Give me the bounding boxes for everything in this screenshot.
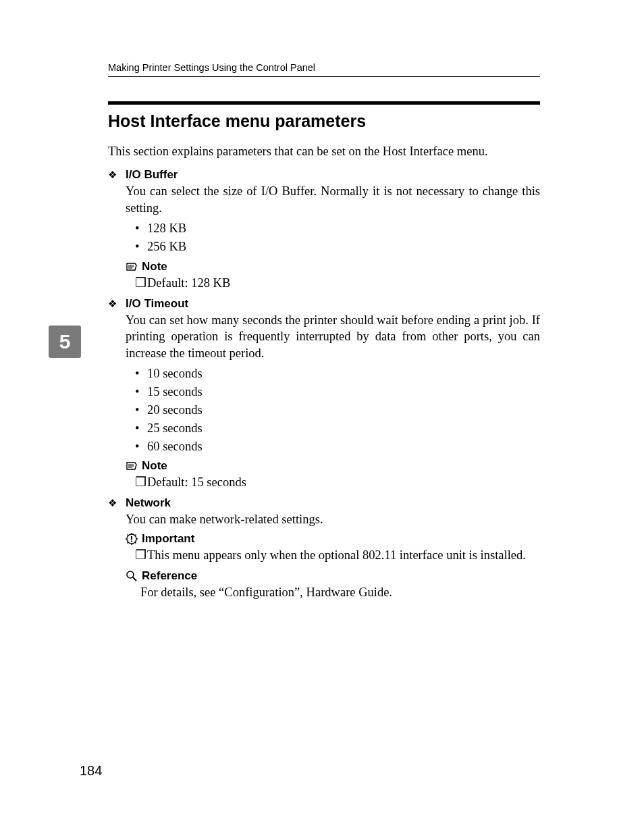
svg-point-3 xyxy=(127,571,134,578)
section-rule xyxy=(108,101,540,105)
list-item: 60 seconds xyxy=(135,438,540,456)
page-number: 184 xyxy=(80,763,102,779)
svg-rect-2 xyxy=(131,541,132,542)
important-label: Important xyxy=(142,532,194,546)
param-description: You can select the size of I/O Buffer. N… xyxy=(126,183,540,217)
param-title: I/O Timeout xyxy=(126,297,188,311)
important-text: This menu appears only when the optional… xyxy=(147,548,526,562)
note-label: Note xyxy=(142,459,167,473)
page-header: Making Printer Settings Using the Contro… xyxy=(108,62,540,77)
option-list: 128 KB 256 KB xyxy=(135,219,540,256)
option-list: 10 seconds 15 seconds 20 seconds 25 seco… xyxy=(135,365,540,455)
reference-icon xyxy=(126,570,138,582)
reference-text: For details, see “Configuration”, Hardwa… xyxy=(140,584,540,601)
list-item: 15 seconds xyxy=(135,383,540,401)
list-item: 256 KB xyxy=(135,238,540,256)
note-text: Default: 128 KB xyxy=(147,276,230,290)
svg-line-4 xyxy=(133,577,136,581)
diamond-bullet-icon: ❖ xyxy=(108,498,120,509)
diamond-bullet-icon: ❖ xyxy=(108,170,120,180)
param-io-buffer: ❖ I/O Buffer You can select the size of … xyxy=(108,168,540,292)
note-body: ❒Default: 15 seconds xyxy=(135,474,540,491)
diamond-bullet-icon: ❖ xyxy=(108,299,120,309)
list-item: 128 KB xyxy=(135,219,540,238)
section-title: Host Interface menu parameters xyxy=(108,111,540,131)
important-icon xyxy=(126,533,138,545)
param-network: ❖ Network You can make network-related s… xyxy=(108,496,540,601)
svg-rect-1 xyxy=(131,536,132,540)
list-item: 20 seconds xyxy=(135,401,540,419)
note-icon xyxy=(126,461,138,471)
param-description: You can set how many seconds the printer… xyxy=(126,312,540,363)
note-body: ❒Default: 128 KB xyxy=(135,275,540,292)
list-item: 25 seconds xyxy=(135,419,540,438)
section-intro: This section explains parameters that ca… xyxy=(108,143,540,160)
important-body: ❒This menu appears only when the optiona… xyxy=(135,547,540,564)
param-io-timeout: ❖ I/O Timeout You can set how many secon… xyxy=(108,297,540,492)
param-title: Network xyxy=(126,496,171,510)
note-label: Note xyxy=(142,260,167,273)
running-head: Making Printer Settings Using the Contro… xyxy=(108,62,540,77)
param-description: You can make network-related settings. xyxy=(126,511,540,528)
param-title: I/O Buffer xyxy=(126,168,178,182)
chapter-tab: 5 xyxy=(49,325,81,358)
reference-label: Reference xyxy=(142,569,197,583)
main-content: Host Interface menu parameters This sect… xyxy=(108,101,540,606)
chapter-number: 5 xyxy=(59,330,71,353)
list-item: 10 seconds xyxy=(135,365,540,383)
note-text: Default: 15 seconds xyxy=(147,475,246,489)
note-icon xyxy=(126,261,138,272)
